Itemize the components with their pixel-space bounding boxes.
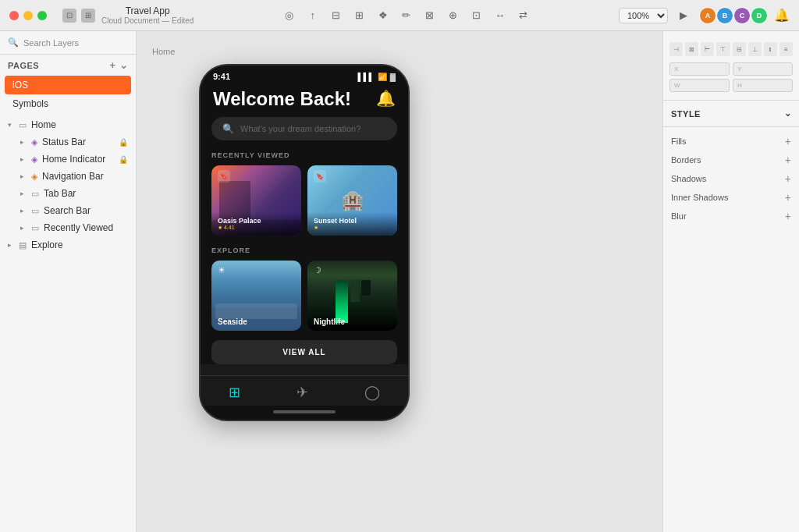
layer-navigation-bar[interactable]: ▸ ◈ Navigation Bar (12, 168, 136, 185)
traffic-lights (9, 11, 47, 20)
align-bottom-icon[interactable]: ⊥ (748, 42, 762, 56)
divider-2 (663, 126, 799, 127)
divider-1 (663, 100, 799, 101)
search-layers-icon: 🔍 (8, 37, 19, 48)
layer-recently-viewed[interactable]: ▸ ▭ Recently Viewed (12, 219, 136, 236)
search-placeholder-text: What's your dream destination? (240, 124, 360, 133)
pen-icon[interactable]: ✏ (397, 6, 416, 25)
notification-bell-icon[interactable]: 🔔 (774, 8, 790, 23)
close-button[interactable] (9, 11, 19, 20)
tab-home-icon[interactable]: ⊞ (229, 384, 240, 401)
x-field[interactable]: X (669, 62, 730, 76)
crop-icon[interactable]: ⊠ (421, 6, 439, 25)
phone-status-bar: 9:41 ▌▌▌ 📶 ▓ (201, 66, 408, 84)
copy-icon[interactable]: ⊡ (467, 6, 486, 25)
zoom-select[interactable]: 100% (619, 8, 668, 23)
distribute-h-icon[interactable]: ⫿ (764, 42, 777, 56)
moon-icon: ☽ (314, 265, 321, 275)
rv-card-rating-2: ★ (314, 225, 391, 231)
layer-home[interactable]: ▾ ▭ Home (0, 116, 136, 133)
lock-icon: 🔒 (119, 138, 128, 147)
title-bar: ⊡ ⊞ Travel App Cloud Document — Edited ◎… (0, 0, 799, 31)
app-subtitle: Cloud Document — Edited (101, 16, 194, 25)
avatars: A B C D (699, 7, 768, 24)
shadows-section: Shadows + (663, 169, 799, 188)
layer-home-indicator[interactable]: ▸ ◈ Home Indicator 🔒 (12, 151, 136, 168)
minimize-button[interactable] (23, 11, 33, 20)
diamond-icon: ◈ (31, 154, 37, 165)
align-top-icon[interactable]: ⊤ (716, 42, 730, 56)
mirror-icon[interactable]: ⇄ (514, 6, 533, 25)
search-layers[interactable]: 🔍 Search Layers (0, 31, 136, 55)
doc-info: Travel App Cloud Document — Edited (101, 5, 194, 25)
avatar-2: B (716, 7, 733, 24)
chevron-right-icon: ▸ (20, 207, 28, 215)
add-shadow-button[interactable]: + (785, 172, 791, 185)
search-layers-text: Search Layers (23, 38, 79, 48)
layers-icon[interactable]: ⊡ (62, 9, 76, 23)
frame-icon[interactable]: ⊞ (350, 6, 369, 25)
chevron-right-icon: ▸ (8, 241, 16, 249)
explore-card-seaside[interactable]: ☀ Seaside (211, 261, 301, 331)
fills-label: Fills (671, 137, 687, 146)
add-fill-button[interactable]: + (785, 135, 791, 147)
shape-icon[interactable]: ◎ (280, 6, 299, 25)
align-right-icon[interactable]: ⊢ (701, 42, 714, 56)
rv-card-rating: ★ 4.41 (218, 225, 295, 231)
rv-card-name-2: Sunset Hotel (314, 217, 391, 225)
layer-tab-bar[interactable]: ▸ ▭ Tab Bar (12, 185, 136, 202)
layer-search-bar[interactable]: ▸ ▭ Search Bar (12, 202, 136, 219)
align-left-icon[interactable]: ⊣ (669, 42, 683, 56)
rectangle-icon: ▭ (31, 189, 39, 199)
page-symbols[interactable]: Symbols (5, 94, 131, 113)
rv-card-sunset[interactable]: 🏨 🔖 Sunset Hotel ★ (307, 165, 397, 236)
upload-icon[interactable]: ↑ (304, 6, 322, 25)
notification-bell-icon[interactable]: 🔔 (376, 89, 396, 108)
rv-card-oasis[interactable]: 🔖 Oasis Palace ★ 4.41 (211, 165, 301, 236)
home-bar (273, 410, 336, 413)
recently-viewed-section: 🔖 Oasis Palace ★ 4.41 🏨 🔖 Sunset Hotel (201, 165, 408, 236)
layers-section: ▾ ▭ Home ▸ ◈ Status Bar 🔒 ▸ ◈ Home Indic… (0, 116, 136, 254)
chevron-right-icon: ▸ (20, 190, 28, 197)
add-blur-button[interactable]: + (785, 210, 791, 222)
rv-card-name: Oasis Palace (218, 217, 295, 225)
add-page-icon[interactable]: + (109, 59, 115, 71)
layer-label: Status Bar (42, 137, 86, 147)
canvas-area: Home 9:41 ▌▌▌ 📶 ▓ Welcome Back! 🔔 🔍 (137, 31, 662, 532)
add-inner-shadow-button[interactable]: + (785, 191, 791, 204)
layer-label: Recently Viewed (44, 222, 113, 233)
inner-shadows-section: Inner Shadows + (663, 188, 799, 207)
add-border-button[interactable]: + (785, 154, 791, 166)
layer-icon[interactable]: ⊕ (444, 6, 463, 25)
layer-label: Explore (31, 239, 63, 250)
y-field[interactable]: Y (733, 62, 793, 76)
phone-search-bar[interactable]: 🔍 What's your dream destination? (211, 117, 397, 140)
window-icons: ⊡ ⊞ (62, 9, 95, 23)
layer-explore[interactable]: ▸ ▤ Explore (0, 236, 136, 254)
explore-card-nightlife[interactable]: ☽ Nightlife (307, 261, 397, 331)
breadcrumb: Home (152, 47, 175, 56)
layer-status-bar[interactable]: ▸ ◈ Status Bar 🔒 (12, 133, 136, 151)
pages-header-actions[interactable]: + ⌄ (109, 59, 128, 71)
w-field[interactable]: W (669, 79, 730, 92)
welcome-text: Welcome Back! (213, 89, 351, 109)
table-icon[interactable]: ⊟ (327, 6, 346, 25)
maximize-button[interactable] (37, 11, 47, 20)
chevron-down-icon[interactable]: ⌄ (119, 59, 129, 71)
tab-profile-icon[interactable]: ◯ (364, 384, 380, 401)
city-lights (307, 280, 397, 323)
component-icon[interactable]: ❖ (374, 6, 392, 25)
tab-flights-icon[interactable]: ✈ (297, 384, 308, 401)
grid-icon[interactable]: ⊞ (81, 9, 95, 23)
align-center-v-icon[interactable]: ⊟ (733, 42, 746, 56)
fills-section: Fills + (663, 132, 799, 151)
align-center-h-icon[interactable]: ⊠ (685, 42, 698, 56)
recently-viewed-label: RECENTLY VIEWED (201, 151, 408, 165)
distribute-v-icon[interactable]: ≡ (779, 42, 793, 56)
page-ios[interactable]: iOS (5, 76, 131, 94)
view-all-button[interactable]: VIEW ALL (211, 340, 397, 364)
layer-label: Navigation Bar (42, 171, 104, 182)
play-button[interactable]: ▶ (674, 6, 693, 25)
h-field[interactable]: H (733, 79, 793, 92)
flip-icon[interactable]: ↔ (491, 6, 510, 25)
